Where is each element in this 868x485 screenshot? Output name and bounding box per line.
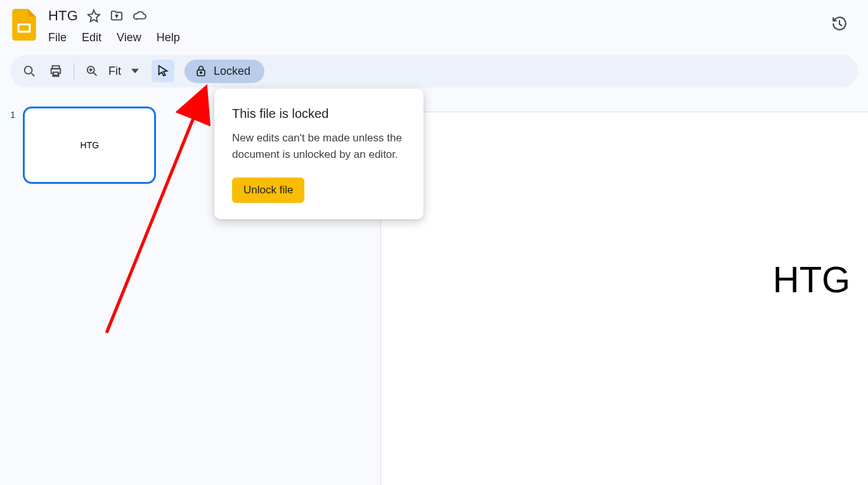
- document-title[interactable]: HTG: [47, 8, 78, 24]
- cloud-status-icon[interactable]: [133, 9, 146, 23]
- slide-number: 1: [10, 107, 15, 120]
- zoom-level-label[interactable]: Fit: [105, 65, 125, 78]
- locked-pill[interactable]: Locked: [185, 60, 264, 83]
- svg-point-11: [200, 72, 202, 74]
- print-icon[interactable]: [44, 60, 67, 82]
- slide-title-text: HTG: [773, 258, 850, 301]
- lock-icon: [195, 65, 207, 77]
- svg-line-7: [94, 73, 97, 76]
- toolbar-separator: [74, 63, 74, 79]
- locked-popover: This file is locked New edits can't be m…: [214, 89, 424, 219]
- locked-label: Locked: [214, 65, 250, 78]
- menu-file[interactable]: File: [47, 29, 73, 47]
- slide-thumbnail-panel: 1 HTG: [0, 94, 184, 485]
- menu-edit[interactable]: Edit: [75, 29, 108, 47]
- menu-view[interactable]: View: [110, 29, 148, 47]
- svg-point-2: [25, 67, 32, 74]
- star-icon[interactable]: [87, 9, 101, 23]
- popover-title: This file is locked: [232, 107, 406, 121]
- menu-bar: File Edit View Help: [47, 27, 826, 48]
- move-folder-icon[interactable]: [110, 9, 124, 23]
- slide-canvas[interactable]: HTG: [380, 112, 868, 485]
- unlock-file-button[interactable]: Unlock file: [232, 178, 304, 203]
- popover-body: New edits can't be made unless the docum…: [232, 130, 406, 164]
- zoom-icon[interactable]: [81, 60, 103, 82]
- slide-thumbnail[interactable]: HTG: [23, 107, 156, 184]
- thumbnail-content-text: HTG: [81, 140, 100, 150]
- slides-logo[interactable]: [10, 6, 38, 43]
- svg-rect-5: [53, 72, 58, 75]
- select-tool-icon[interactable]: [152, 60, 174, 82]
- version-history-icon[interactable]: [826, 10, 853, 37]
- search-icon[interactable]: [18, 60, 41, 82]
- svg-line-3: [32, 74, 35, 77]
- toolbar: Fit Locked: [10, 55, 858, 87]
- zoom-dropdown-icon[interactable]: [126, 67, 144, 75]
- menu-help[interactable]: Help: [150, 29, 186, 47]
- svg-rect-1: [20, 25, 29, 30]
